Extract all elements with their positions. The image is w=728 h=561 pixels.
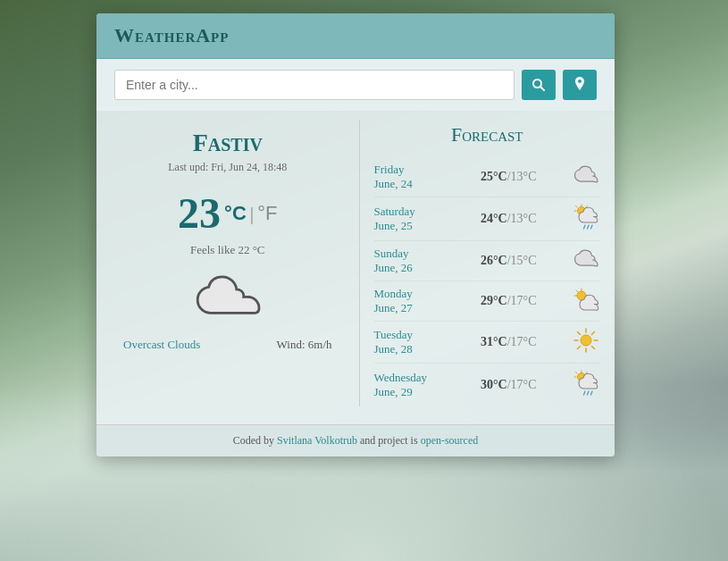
forecast-date-num-1: June, 25 bbox=[374, 219, 446, 233]
svg-line-5 bbox=[576, 206, 578, 208]
svg-line-7 bbox=[584, 225, 586, 229]
forecast-day-1: Saturday bbox=[374, 205, 446, 219]
forecast-temp-1: 24°C/13°C bbox=[473, 212, 544, 226]
overcast-cloud-icon bbox=[192, 274, 264, 323]
search-button[interactable] bbox=[522, 70, 556, 100]
forecast-date-0: Friday June, 24 bbox=[374, 163, 446, 191]
svg-line-24 bbox=[592, 332, 595, 335]
forecast-row: Monday June, 27 29°C/17°C bbox=[374, 281, 601, 322]
forecast-row: Wednesday June, 29 30°C/17°C bbox=[374, 364, 601, 406]
forecast-day-5: Wednesday bbox=[374, 371, 446, 385]
svg-line-6 bbox=[586, 206, 588, 208]
forecast-title: Forecast bbox=[374, 123, 601, 147]
svg-line-1 bbox=[540, 87, 544, 90]
forecast-row: Friday June, 24 25°C/13°C bbox=[374, 157, 601, 197]
forecast-day-2: Sunday bbox=[374, 247, 446, 261]
forecast-icon-1 bbox=[572, 203, 600, 235]
forecast-icon-2 bbox=[572, 249, 600, 272]
fahrenheit-button[interactable]: °F bbox=[257, 202, 277, 225]
feels-like: Feels like 22 °C bbox=[114, 243, 341, 257]
location-button[interactable] bbox=[563, 70, 597, 100]
forecast-row: Tuesday June, 28 31°C/17°C bbox=[374, 322, 601, 364]
forecast-icon-0 bbox=[572, 165, 600, 188]
footer-opensource-link[interactable]: open-sourced bbox=[421, 434, 479, 447]
forecast-temp-5: 30°C/17°C bbox=[473, 378, 544, 392]
forecast-day-0: Friday bbox=[374, 163, 446, 177]
search-input[interactable] bbox=[114, 70, 515, 100]
svg-line-8 bbox=[588, 225, 590, 229]
weather-info-row: Overcast Clouds Wind: 6m/h bbox=[114, 338, 341, 352]
current-weather: Fastiv Last upd: Fri, Jun 24, 18:48 23 °… bbox=[96, 120, 360, 406]
svg-line-22 bbox=[578, 332, 581, 335]
app-header: WeatherApp bbox=[96, 13, 615, 59]
svg-line-9 bbox=[591, 225, 593, 229]
svg-line-33 bbox=[591, 391, 593, 395]
search-bar bbox=[96, 59, 615, 111]
wind-label: Wind: 6m/h bbox=[277, 338, 332, 352]
celsius-button[interactable]: °C bbox=[224, 202, 247, 225]
search-icon bbox=[531, 78, 546, 92]
svg-line-29 bbox=[576, 373, 578, 374]
forecast-temp-0: 25°C/13°C bbox=[473, 170, 544, 184]
unit-separator: | bbox=[250, 202, 254, 225]
forecast-icon-3 bbox=[572, 287, 600, 315]
location-icon bbox=[573, 77, 587, 93]
svg-line-15 bbox=[576, 290, 578, 292]
forecast-date-num-4: June, 28 bbox=[374, 342, 446, 356]
forecast-date-5: Wednesday June, 29 bbox=[374, 371, 446, 399]
forecast-date-4: Tuesday June, 28 bbox=[374, 328, 446, 356]
svg-line-30 bbox=[586, 373, 588, 374]
footer: Coded by Svitlana Volkotrub and project … bbox=[96, 424, 615, 456]
temperature-value: 23 bbox=[178, 188, 221, 238]
footer-author-link[interactable]: Svitlana Volkotrub bbox=[277, 434, 357, 447]
svg-line-25 bbox=[578, 347, 581, 349]
main-content: Fastiv Last upd: Fri, Jun 24, 18:48 23 °… bbox=[96, 111, 615, 424]
city-name: Fastiv bbox=[114, 129, 341, 157]
svg-point-17 bbox=[581, 335, 591, 346]
forecast-section: Forecast Friday June, 24 25°C/13°C Satur… bbox=[360, 120, 615, 406]
svg-line-31 bbox=[584, 391, 586, 395]
last-updated: Last upd: Fri, Jun 24, 18:48 bbox=[114, 161, 341, 174]
temperature-row: 23 °C | °F bbox=[114, 188, 341, 238]
forecast-date-num-2: June, 26 bbox=[374, 261, 446, 275]
forecast-row: Saturday June, 25 24°C/13°C bbox=[374, 197, 601, 241]
forecast-row: Sunday June, 26 26°C/15°C bbox=[374, 241, 601, 281]
temp-units: °C | °F bbox=[224, 202, 277, 225]
forecast-date-3: Monday June, 27 bbox=[374, 287, 446, 315]
app-container: WeatherApp Fastiv Last upd: Fri, Jun 24,… bbox=[96, 13, 615, 456]
footer-text-middle: and project is bbox=[357, 434, 421, 447]
forecast-date-2: Sunday June, 26 bbox=[374, 247, 446, 275]
current-weather-icon bbox=[192, 272, 264, 325]
condition-label: Overcast Clouds bbox=[123, 338, 200, 352]
forecast-temp-2: 26°C/15°C bbox=[473, 254, 544, 268]
app-title: WeatherApp bbox=[114, 24, 229, 46]
forecast-day-4: Tuesday bbox=[374, 328, 446, 342]
svg-line-23 bbox=[592, 347, 595, 349]
forecast-date-1: Saturday June, 25 bbox=[374, 205, 446, 233]
forecast-date-num-3: June, 27 bbox=[374, 301, 446, 315]
forecast-icon-4 bbox=[572, 327, 600, 357]
footer-text-before: Coded by bbox=[233, 434, 277, 447]
svg-line-32 bbox=[588, 391, 590, 395]
forecast-temp-3: 29°C/17°C bbox=[473, 294, 544, 308]
forecast-icon-5 bbox=[572, 369, 600, 401]
forecast-temp-4: 31°C/17°C bbox=[473, 335, 544, 349]
forecast-rows: Friday June, 24 25°C/13°C Saturday June,… bbox=[374, 157, 601, 406]
forecast-date-num-5: June, 29 bbox=[374, 385, 446, 399]
forecast-day-3: Monday bbox=[374, 287, 446, 301]
forecast-date-num-0: June, 24 bbox=[374, 177, 446, 191]
